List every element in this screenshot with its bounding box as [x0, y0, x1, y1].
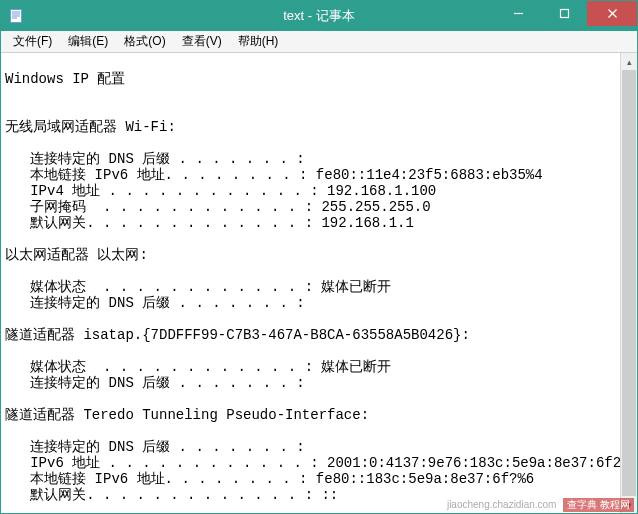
app-icon	[1, 9, 31, 23]
notepad-window: text - 记事本 文件(F) 编辑(E) 格式(O) 查看(V) 帮助(H)…	[0, 0, 638, 514]
menubar: 文件(F) 编辑(E) 格式(O) 查看(V) 帮助(H)	[1, 31, 637, 53]
menu-file[interactable]: 文件(F)	[5, 31, 60, 52]
scroll-thumb[interactable]	[622, 70, 636, 496]
maximize-button[interactable]	[541, 1, 587, 26]
window-controls	[495, 1, 637, 26]
titlebar[interactable]: text - 记事本	[1, 1, 637, 31]
menu-edit[interactable]: 编辑(E)	[60, 31, 116, 52]
chevron-up-icon: ▴	[627, 57, 632, 67]
chevron-down-icon: ▾	[627, 500, 632, 510]
close-button[interactable]	[587, 1, 637, 26]
close-icon	[607, 8, 618, 19]
scroll-up-button[interactable]: ▴	[621, 53, 637, 70]
scroll-down-button[interactable]: ▾	[621, 496, 637, 513]
minimize-icon	[513, 8, 524, 19]
scroll-track[interactable]	[621, 70, 637, 496]
svg-rect-6	[560, 10, 568, 18]
text-content[interactable]: Windows IP 配置 无线局域网适配器 Wi-Fi: 连接特定的 DNS …	[1, 53, 620, 513]
minimize-button[interactable]	[495, 1, 541, 26]
maximize-icon	[559, 8, 570, 19]
menu-help[interactable]: 帮助(H)	[230, 31, 287, 52]
menu-view[interactable]: 查看(V)	[174, 31, 230, 52]
vertical-scrollbar[interactable]: ▴ ▾	[620, 53, 637, 513]
editor-area: Windows IP 配置 无线局域网适配器 Wi-Fi: 连接特定的 DNS …	[1, 53, 637, 513]
menu-format[interactable]: 格式(O)	[116, 31, 173, 52]
